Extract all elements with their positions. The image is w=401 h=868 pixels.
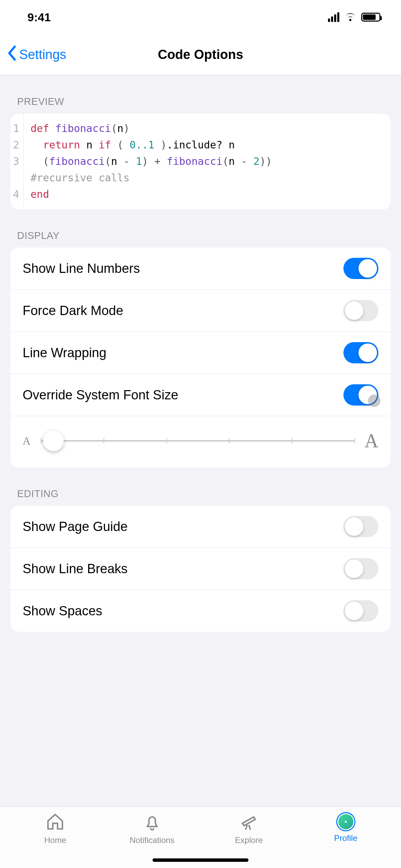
section-header-display: DISPLAY: [0, 209, 401, 248]
page-title: Code Options: [158, 47, 243, 62]
row-spaces: Show Spaces: [10, 590, 391, 632]
toggle-dark-mode[interactable]: [343, 300, 378, 321]
tab-profile[interactable]: • Profile: [297, 812, 394, 868]
tab-label: Notifications: [130, 835, 174, 845]
tab-label: Home: [44, 835, 66, 845]
tab-label: Profile: [334, 833, 357, 843]
content-scroll[interactable]: PREVIEW 1 2 3 4 def fibonacci(n) return …: [0, 75, 401, 806]
telescope-icon: [239, 812, 258, 833]
editing-group: Show Page Guide Show Line Breaks Show Sp…: [10, 506, 391, 632]
toggle-line-breaks[interactable]: [343, 558, 378, 579]
display-group: Show Line Numbers Force Dark Mode Line W…: [10, 248, 391, 468]
row-dark-mode: Force Dark Mode: [10, 290, 391, 332]
row-label: Show Line Numbers: [23, 261, 140, 276]
row-label: Show Page Guide: [23, 519, 127, 534]
slider-thumb[interactable]: [43, 431, 64, 451]
bell-icon: [143, 812, 162, 833]
slider-label-small: A: [23, 435, 31, 447]
tab-label: Explore: [235, 835, 263, 845]
navigation-bar: Settings Code Options: [0, 34, 401, 75]
battery-icon: [361, 13, 380, 22]
status-time: 9:41: [27, 11, 51, 24]
code-gutter: 1 2 3 4: [10, 113, 24, 209]
wifi-icon: [344, 11, 356, 24]
row-label: Override System Font Size: [23, 388, 178, 402]
toggle-line-numbers[interactable]: [343, 258, 378, 279]
font-size-slider[interactable]: [41, 440, 354, 442]
row-page-guide: Show Page Guide: [10, 506, 391, 548]
code-preview: 1 2 3 4 def fibonacci(n) return n if ( 0…: [10, 113, 391, 209]
back-button[interactable]: Settings: [7, 46, 66, 64]
chevron-left-icon: [7, 46, 19, 64]
row-line-wrapping: Line Wrapping: [10, 332, 391, 374]
row-label: Force Dark Mode: [23, 303, 123, 318]
toggle-page-guide[interactable]: [343, 516, 378, 537]
touch-indicator-dot: [368, 395, 380, 407]
code-body: def fibonacci(n) return n if ( 0..1 ).in…: [24, 113, 279, 209]
row-line-numbers: Show Line Numbers: [10, 248, 391, 290]
row-label: Line Wrapping: [23, 346, 106, 360]
section-header-editing: EDITING: [0, 468, 401, 506]
back-label: Settings: [19, 47, 66, 62]
section-header-preview: PREVIEW: [0, 75, 401, 113]
toggle-line-wrapping[interactable]: [343, 342, 378, 363]
toggle-spaces[interactable]: [343, 600, 378, 622]
status-bar: 9:41: [0, 0, 401, 34]
slider-label-large: A: [365, 430, 378, 452]
row-label: Show Line Breaks: [23, 562, 127, 576]
home-indicator: [153, 858, 248, 862]
tab-home[interactable]: Home: [7, 812, 104, 868]
cellular-icon: [328, 12, 339, 22]
home-icon: [46, 812, 65, 833]
avatar-icon: •: [336, 812, 355, 831]
row-line-breaks: Show Line Breaks: [10, 548, 391, 590]
tab-bar: Home Notifications Explore • Profile: [0, 806, 401, 868]
status-indicators: [328, 11, 380, 24]
row-font-size: Override System Font Size: [10, 374, 391, 416]
row-label: Show Spaces: [23, 604, 102, 618]
row-font-slider: A A: [10, 416, 391, 468]
